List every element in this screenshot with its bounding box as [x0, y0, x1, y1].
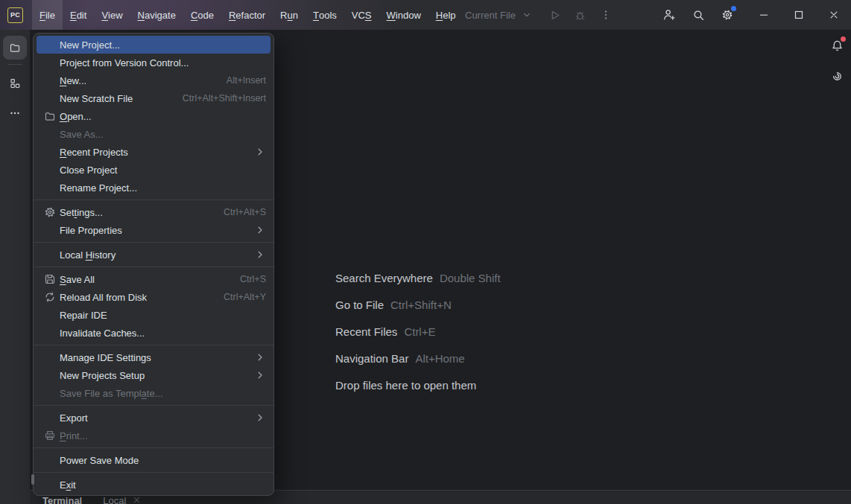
- menubar-item-tools[interactable]: Tools: [306, 0, 344, 30]
- settings-icon[interactable]: [718, 6, 736, 24]
- menu-item-label: Close Project: [60, 165, 266, 176]
- hint-action-navigation-bar[interactable]: Navigation Bar: [335, 352, 408, 365]
- hint-line: Recent FilesCtrl+E: [335, 318, 501, 345]
- menubar-item-edit[interactable]: Edit: [63, 0, 94, 30]
- menu-item-manage-ide-settings[interactable]: Manage IDE Settings: [34, 348, 273, 366]
- submenu-arrow-icon: [254, 369, 266, 381]
- code-with-me-icon[interactable]: [660, 6, 678, 24]
- submenu-arrow-icon: [254, 351, 266, 363]
- menu-item-icon-slot: [44, 309, 56, 321]
- menu-separator: [34, 267, 273, 267]
- menu-item-invalidate-caches[interactable]: Invalidate Caches...: [34, 324, 273, 342]
- project-tool-button[interactable]: [3, 36, 27, 60]
- menu-item-label: Save As...: [60, 129, 266, 140]
- minimize-button[interactable]: [746, 0, 781, 30]
- menu-item-new-project[interactable]: New Project...: [37, 36, 271, 54]
- menu-separator: [34, 405, 273, 406]
- menu-item-icon-slot: [44, 146, 56, 158]
- menu-item-label: Open...: [60, 111, 266, 122]
- menu-item-shortcut: Alt+Insert: [227, 75, 266, 86]
- menu-item-save-all[interactable]: Save AllCtrl+S: [34, 270, 273, 288]
- menu-item-local-history[interactable]: Local History: [34, 246, 273, 264]
- menu-item-settings[interactable]: Settings...Ctrl+Alt+S: [34, 203, 273, 221]
- menu-item-power-save-mode[interactable]: Power Save Mode: [34, 451, 273, 469]
- menu-item-rename-project[interactable]: Rename Project...: [34, 179, 273, 197]
- menu-item-file-properties[interactable]: File Properties: [34, 221, 273, 239]
- menu-item-label: Save File as Template...: [60, 388, 266, 399]
- right-tool-stripe: [823, 30, 851, 85]
- submenu-arrow-icon: [254, 224, 266, 236]
- menu-item-label: Reload All from Disk: [60, 292, 206, 303]
- pycharm-logo[interactable]: PC: [7, 7, 23, 23]
- menubar-item-view[interactable]: View: [94, 0, 130, 30]
- menu-item-label: Settings...: [60, 207, 206, 218]
- menu-item-label: Power Save Mode: [60, 455, 266, 466]
- terminal-tab-label: Local: [103, 495, 126, 504]
- menu-item-open[interactable]: Open...: [34, 107, 273, 125]
- menu-item-label: New Scratch File: [60, 93, 165, 104]
- menubar-item-refactor[interactable]: Refactor: [221, 0, 273, 30]
- close-icon: [829, 10, 839, 20]
- menu-scrollbar-thumb[interactable]: [31, 474, 34, 485]
- menu-item-export[interactable]: Export: [34, 409, 273, 427]
- menu-separator: [34, 200, 273, 200]
- menubar-item-help[interactable]: Help: [428, 0, 464, 30]
- close-icon[interactable]: [133, 495, 141, 504]
- menu-item-new-scratch-file[interactable]: New Scratch FileCtrl+Alt+Shift+Insert: [34, 89, 273, 107]
- hint-action-search-everywhere[interactable]: Search Everywhere: [335, 272, 433, 284]
- menu-item-label: Manage IDE Settings: [60, 352, 254, 363]
- more-tool-windows-button[interactable]: [3, 101, 27, 125]
- menu-item-close-project[interactable]: Close Project: [34, 161, 273, 179]
- left-tool-stripe: [0, 30, 30, 504]
- menu-item-recent-projects[interactable]: Recent Projects: [34, 143, 273, 161]
- run-configuration-selector[interactable]: Current File: [465, 7, 534, 22]
- menu-item-label: Rename Project...: [60, 182, 266, 194]
- menu-item-project-from-version-control[interactable]: Project from Version Control...: [34, 54, 273, 71]
- search-icon[interactable]: [689, 6, 707, 24]
- menubar-item-file[interactable]: File: [32, 0, 63, 30]
- maximize-button[interactable]: [781, 0, 816, 30]
- menu-item-icon-slot: [44, 479, 56, 491]
- menu-item-label: New Projects Setup: [60, 370, 254, 381]
- hint-action-recent-files[interactable]: Recent Files: [335, 325, 397, 338]
- menu-item-repair-ide[interactable]: Repair IDE: [34, 306, 273, 324]
- menu-item-shortcut: Ctrl+Alt+S: [224, 207, 266, 217]
- menubar-item-run[interactable]: Run: [273, 0, 306, 30]
- titlebar: PC FileEditViewNavigateCodeRefactorRunTo…: [0, 0, 851, 30]
- folder-icon: [9, 42, 21, 54]
- minimize-icon: [758, 9, 770, 21]
- titlebar-right-icons: [660, 0, 736, 30]
- submenu-arrow-icon: [254, 146, 266, 158]
- close-button[interactable]: [816, 0, 851, 30]
- run-icon[interactable]: [548, 7, 563, 22]
- gear-icon: [44, 206, 56, 218]
- menu-item-new[interactable]: New...Alt+Insert: [34, 71, 273, 89]
- menu-item-exit[interactable]: Exit: [34, 476, 273, 494]
- menubar: FileEditViewNavigateCodeRefactorRunTools…: [32, 0, 464, 30]
- menu-item-icon-slot: [44, 57, 56, 68]
- menu-item-label: New Project...: [60, 39, 266, 51]
- window-controls: [746, 0, 851, 30]
- ai-assistant-button[interactable]: [828, 67, 846, 85]
- menu-item-reload-all-from-disk[interactable]: Reload All from DiskCtrl+Alt+Y: [34, 288, 273, 306]
- notifications-button[interactable]: [828, 36, 846, 54]
- file-menu-popup: New Project...Project from Version Contr…: [33, 33, 274, 496]
- menubar-item-window[interactable]: Window: [379, 0, 428, 30]
- ai-assistant-icon: [831, 70, 844, 83]
- menu-separator: [34, 472, 273, 473]
- debug-icon[interactable]: [573, 7, 588, 22]
- menu-separator: [34, 242, 273, 243]
- menu-item-new-projects-setup[interactable]: New Projects Setup: [34, 366, 273, 384]
- menu-item-label: Invalidate Caches...: [60, 328, 266, 339]
- terminal-tab-local[interactable]: Local: [103, 495, 141, 504]
- menubar-item-navigate[interactable]: Navigate: [130, 0, 183, 30]
- menu-item-shortcut: Ctrl+Alt+Y: [224, 292, 266, 302]
- more-vertical-icon[interactable]: [598, 7, 613, 22]
- structure-tool-button[interactable]: [3, 71, 27, 95]
- pycharm-window: PC FileEditViewNavigateCodeRefactorRunTo…: [0, 0, 851, 504]
- printer-icon: [44, 430, 56, 441]
- menubar-item-code[interactable]: Code: [183, 0, 221, 30]
- menubar-item-vcs[interactable]: VCS: [344, 0, 379, 30]
- chevron-down-icon: [519, 7, 534, 22]
- hint-action-go-to-file[interactable]: Go to File: [335, 299, 384, 311]
